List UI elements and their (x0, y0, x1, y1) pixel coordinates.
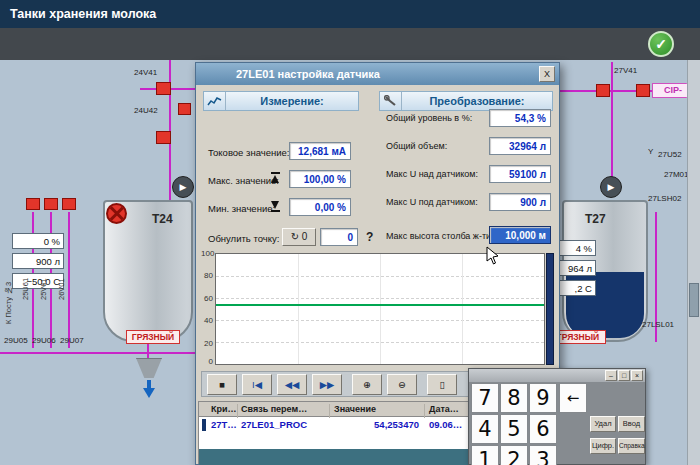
flow-arrow-icon (143, 388, 155, 398)
max-column-height-field[interactable]: 10,000 м (489, 226, 551, 244)
strainer-icon: Y (648, 147, 653, 156)
dialog-title: 27LE01 настройка датчика (196, 63, 559, 85)
digits-mode-button[interactable]: Цифр. (590, 438, 616, 454)
max-u-below-label: Макс U под датчиком: (386, 197, 478, 207)
level-percent-label: Общий уровень в %: (386, 113, 472, 123)
pipe (68, 212, 70, 348)
keypad-help-button[interactable]: Справка (618, 438, 645, 454)
current-value-field[interactable]: 12,681 мА (289, 142, 351, 160)
mouse-cursor (486, 246, 499, 265)
col-tag: Связь перем… (241, 404, 307, 414)
valve-label: 27V41 (614, 66, 637, 75)
valve-label: 24U42 (134, 106, 158, 115)
total-volume-field[interactable]: 32964 л (489, 137, 551, 155)
close-icon[interactable]: X (539, 66, 555, 82)
y-tick: 40 (201, 316, 213, 325)
key-3[interactable]: 3 (529, 445, 557, 465)
col-value: Значение (334, 404, 376, 414)
maximize-icon[interactable]: □ (618, 370, 630, 381)
level-switch-high-label: 27LSH02 (648, 194, 681, 203)
key-8[interactable]: 8 (500, 383, 528, 413)
zoom-out-button[interactable]: ⊖ (387, 374, 417, 395)
max-u-below-field[interactable]: 900 л (489, 193, 551, 211)
total-volume-label: Общий объем: (386, 141, 447, 151)
strainer-label: 27U52 (658, 150, 682, 159)
pump-left[interactable]: ▶ (172, 176, 194, 198)
numeric-keypad: – □ × 7 8 9 4 5 6 1 2 3 ← Удал Ввод Цифр… (468, 368, 646, 465)
zero-reset-button[interactable]: ↻ 0 (282, 228, 316, 246)
flow-arrow-icon (147, 380, 151, 388)
valve-27V41[interactable] (596, 84, 610, 97)
y-tick: 60 (201, 294, 213, 303)
chart-icon (204, 92, 226, 110)
current-value-label: Токовое значение: (208, 147, 289, 158)
valve-24V41[interactable] (156, 82, 171, 95)
valve[interactable] (156, 131, 171, 144)
key-6[interactable]: 6 (529, 414, 557, 444)
key-7[interactable]: 7 (471, 383, 499, 413)
level-percent-field[interactable]: 54,3 % (489, 109, 551, 127)
scada-screen: Танки хранения молока 24НО ... Дата/Врем… (0, 0, 700, 465)
bottom-label: 29U06 (32, 336, 56, 345)
zoom-in-button[interactable]: ⊕ (352, 374, 382, 395)
pipe (0, 352, 196, 354)
key-9[interactable]: 9 (529, 383, 557, 413)
col-date: Дата… (429, 404, 459, 414)
page-back-button[interactable]: ◀◀ (277, 374, 307, 395)
min-value-field[interactable]: 0,00 % (289, 198, 351, 216)
go-to-start-button[interactable]: I◀ (242, 374, 272, 395)
cell-tag: 27LE01_PROC (241, 419, 307, 430)
zero-point-label: Обнулить точку: (208, 233, 279, 244)
trend-chart: 100 80 60 40 20 0 (201, 251, 553, 369)
agitator-icon (106, 203, 127, 224)
y-tick: 20 (201, 339, 213, 348)
zero-reset-count: 0 (302, 231, 308, 242)
y-tick: 100 (201, 249, 213, 258)
line-label: 25V61 (39, 240, 48, 300)
funnel-icon (136, 358, 162, 378)
page-forward-button[interactable]: ▶▶ (312, 374, 342, 395)
trend-cursor[interactable] (546, 253, 554, 365)
max-column-height-label: Макс высота столба ж-ти: (386, 231, 494, 241)
key-5[interactable]: 5 (500, 414, 528, 444)
valve[interactable] (26, 198, 40, 210)
valve[interactable] (636, 84, 650, 97)
valve[interactable] (62, 198, 76, 210)
max-u-above-label: Макс U над датчиком: (386, 169, 478, 179)
ruler-button[interactable]: ▯ (427, 374, 457, 395)
key-2[interactable]: 2 (500, 445, 528, 465)
close-icon[interactable]: × (631, 370, 643, 381)
level-switch-low-label: 27LSL01 (642, 320, 674, 329)
pump-right[interactable]: ▶ (600, 176, 622, 198)
y-tick: 80 (201, 271, 213, 280)
scrollbar-thumb[interactable] (689, 283, 699, 317)
tank-name: Т27 (585, 212, 606, 226)
key-4[interactable]: 4 (471, 414, 499, 444)
backspace-key[interactable]: ← (559, 383, 587, 413)
bottom-label: 29U05 (4, 336, 28, 345)
y-tick: 0 (201, 357, 213, 366)
acknowledge-button[interactable]: ✓ (648, 31, 674, 57)
help-button[interactable]: ? (366, 230, 373, 244)
zero-point-field[interactable]: 0 (320, 228, 358, 246)
max-value-field[interactable]: 100,00 % (289, 170, 351, 188)
arrow-up-bar-icon (270, 172, 281, 184)
pipe (611, 62, 613, 178)
line-label: 26V01 (57, 240, 66, 300)
max-u-above-field[interactable]: 59100 л (489, 165, 551, 183)
section-conversion[interactable]: Преобразование: (379, 91, 553, 111)
min-value-label: Мин. значение: (208, 203, 275, 214)
tank-status-badge: ГРЯЗНЫЙ (126, 330, 180, 344)
stop-button[interactable]: ■ (207, 374, 237, 395)
minimize-icon[interactable]: – (605, 370, 617, 381)
key-1[interactable]: 1 (471, 445, 499, 465)
route-label: К Посту №3 (4, 248, 13, 324)
alarm-bar (0, 28, 700, 60)
section-measurement[interactable]: Измерение: (203, 91, 359, 111)
scrollbar[interactable] (687, 60, 700, 465)
bottom-label: 29U07 (60, 336, 84, 345)
valve[interactable] (44, 198, 58, 210)
delete-button[interactable]: Удал (590, 416, 616, 432)
enter-button[interactable]: Ввод (618, 416, 645, 432)
valve-24U42[interactable] (178, 103, 191, 115)
